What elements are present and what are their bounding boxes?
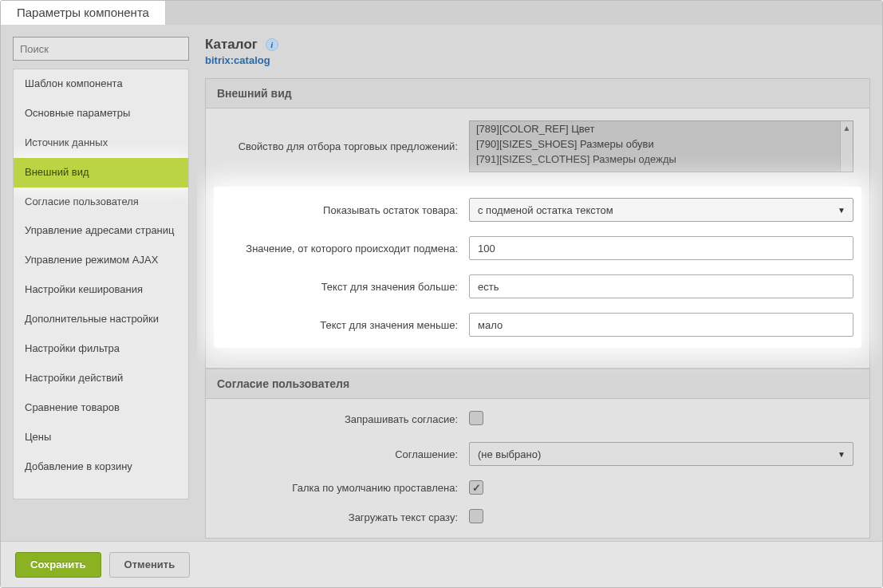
nav-item-ajax[interactable]: Управление режимом AJAX bbox=[14, 246, 188, 275]
row-show-remainder: Показывать остаток товара: ▼ bbox=[222, 198, 853, 222]
sidebar: Шаблон компонента Основные параметры Ист… bbox=[1, 25, 197, 541]
load-text-label: Загружать текст сразу: bbox=[222, 511, 469, 523]
page-title: Каталог bbox=[205, 37, 258, 53]
section-consent-title: Согласие пользователя bbox=[206, 369, 869, 399]
dialog-frame: Параметры компонента Шаблон компонента О… bbox=[0, 0, 883, 588]
section-consent: Согласие пользователя Запрашивать соглас… bbox=[205, 369, 870, 539]
dialog-title: Параметры компонента bbox=[1, 1, 166, 25]
agreement-label: Соглашение: bbox=[222, 448, 469, 460]
show-remainder-select[interactable] bbox=[469, 198, 853, 222]
nav-item-appearance[interactable]: Внешний вид bbox=[14, 158, 188, 187]
section-appearance-title: Внешний вид bbox=[206, 79, 869, 109]
row-text-less: Текст для значения меньше: bbox=[222, 313, 853, 337]
nav-item-filter[interactable]: Настройки фильтра bbox=[14, 334, 188, 364]
nav-item-url-mgmt[interactable]: Управление адресами страниц bbox=[14, 216, 188, 246]
multiselect-scrollbar[interactable]: ▲ bbox=[840, 121, 853, 172]
page-head: Каталог i bbox=[205, 37, 870, 53]
nav-item-data-source[interactable]: Источник данных bbox=[14, 128, 188, 158]
threshold-label: Значение, от которого происходит подмена… bbox=[222, 243, 469, 255]
info-icon[interactable]: i bbox=[266, 38, 278, 51]
text-less-label: Текст для значения меньше: bbox=[222, 319, 469, 331]
show-remainder-label: Показывать остаток товара: bbox=[222, 204, 469, 216]
text-less-input[interactable] bbox=[469, 313, 853, 337]
row-ask-consent: Запрашивать согласие: bbox=[222, 411, 853, 428]
chevron-up-icon[interactable]: ▲ bbox=[841, 121, 853, 134]
ask-consent-checkbox[interactable] bbox=[469, 411, 483, 425]
dialog-header: Параметры компонента bbox=[1, 1, 882, 25]
nav-item-compare[interactable]: Сравнение товаров bbox=[14, 393, 188, 423]
offer-prop-option[interactable]: [789][COLOR_REF] Цвет bbox=[470, 121, 853, 136]
row-default-checked: Галка по умолчанию проставлена: bbox=[222, 480, 853, 495]
cancel-button[interactable]: Отменить bbox=[109, 552, 191, 578]
search-input[interactable] bbox=[13, 37, 189, 61]
row-agreement: Соглашение: ▼ bbox=[222, 442, 853, 466]
save-button[interactable]: Сохранить bbox=[15, 552, 101, 578]
row-text-more: Текст для значения больше: bbox=[222, 274, 853, 298]
agreement-select[interactable] bbox=[469, 442, 853, 466]
nav-item-template[interactable]: Шаблон компонента bbox=[14, 69, 188, 99]
row-load-text: Загружать текст сразу: bbox=[222, 509, 853, 526]
default-checked-checkbox[interactable] bbox=[469, 480, 483, 495]
nav-item-add-to-cart[interactable]: Добавление в корзину bbox=[14, 452, 188, 482]
highlighted-fields: Показывать остаток товара: ▼ Значение, о… bbox=[214, 187, 861, 348]
load-text-checkbox[interactable] bbox=[469, 509, 483, 523]
nav-item-extra[interactable]: Дополнительные настройки bbox=[14, 305, 188, 334]
main-panel: Каталог i bitrix:catalog Внешний вид Сво… bbox=[197, 25, 882, 541]
offer-prop-option[interactable]: [791][SIZES_CLOTHES] Размеры одежды bbox=[470, 152, 853, 167]
component-name: bitrix:catalog bbox=[205, 54, 870, 66]
threshold-input[interactable] bbox=[469, 236, 853, 260]
text-more-label: Текст для значения больше: bbox=[222, 281, 469, 293]
dialog-content: Шаблон компонента Основные параметры Ист… bbox=[1, 25, 882, 541]
row-threshold: Значение, от которого происходит подмена… bbox=[222, 236, 853, 260]
nav-item-cache[interactable]: Настройки кеширования bbox=[14, 275, 188, 305]
nav-item-actions[interactable]: Настройки действий bbox=[14, 364, 188, 393]
row-offer-prop: Свойство для отбора торговых предложений… bbox=[222, 120, 853, 172]
nav-item-prices[interactable]: Цены bbox=[14, 423, 188, 452]
nav-item-consent[interactable]: Согласие пользователя bbox=[14, 187, 188, 217]
nav-item-main-params[interactable]: Основные параметры bbox=[14, 99, 188, 128]
ask-consent-label: Запрашивать согласие: bbox=[222, 413, 469, 425]
dialog-footer: Сохранить Отменить bbox=[1, 541, 882, 587]
text-more-input[interactable] bbox=[469, 274, 853, 298]
section-appearance: Внешний вид Свойство для отбора торговых… bbox=[205, 78, 870, 369]
offer-prop-multiselect[interactable]: [789][COLOR_REF] Цвет [790][SIZES_SHOES]… bbox=[469, 120, 853, 172]
nav-list[interactable]: Шаблон компонента Основные параметры Ист… bbox=[13, 69, 189, 499]
offer-prop-option[interactable]: [790][SIZES_SHOES] Размеры обуви bbox=[470, 136, 853, 152]
default-checked-label: Галка по умолчанию проставлена: bbox=[222, 482, 469, 494]
offer-prop-label: Свойство для отбора торговых предложений… bbox=[222, 140, 469, 152]
